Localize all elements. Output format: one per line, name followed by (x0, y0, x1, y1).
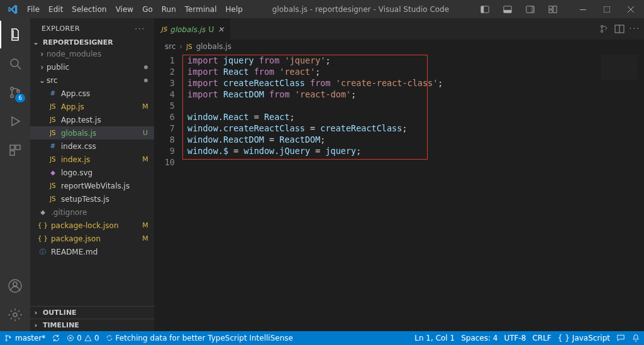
status-eol[interactable]: CRLF (532, 334, 551, 342)
file-app-test-js[interactable]: JS App.test.js (30, 113, 154, 126)
status-ts-fetching[interactable]: Fetching data for better TypeScript Inte… (106, 334, 293, 342)
activity-search-icon[interactable] (0, 50, 30, 77)
menu-bar: File Edit Selection View Go Run Terminal… (23, 1, 247, 18)
file-logo-svg[interactable]: ◆ logo.svg (30, 166, 154, 179)
svg-rect-8 (549, 9, 552, 12)
status-branch[interactable]: master* (4, 334, 45, 342)
svg-rect-3 (504, 9, 511, 12)
activity-extensions-icon[interactable] (0, 136, 30, 164)
svg-point-22 (601, 30, 602, 32)
timeline-label: TIMELINE (43, 321, 79, 329)
editor-area: JS globals.js U ✕ ··· src › JS (155, 18, 644, 331)
svg-point-20 (13, 313, 17, 317)
file-app-js[interactable]: JS App.js M (30, 100, 154, 113)
file-index-js[interactable]: JS index.js M (30, 153, 154, 166)
toggle-secondary-sidebar-icon[interactable] (519, 0, 541, 18)
chevron-right-icon: › (31, 321, 40, 329)
svg-rect-10 (604, 6, 610, 13)
chevron-down-icon: ⌄ (31, 38, 40, 47)
folder-public[interactable]: › public (30, 60, 154, 74)
minimap[interactable] (601, 55, 638, 80)
file-package-json[interactable]: { } package.json M (30, 232, 154, 245)
section-timeline[interactable]: › TIMELINE (30, 319, 154, 331)
toggle-primary-sidebar-icon[interactable] (474, 0, 496, 18)
folder-node-modules[interactable]: › node_modules (30, 47, 154, 60)
svg-rect-17 (10, 151, 14, 155)
outline-label: OUTLINE (43, 309, 77, 317)
tab-globals-js[interactable]: JS globals.js U ✕ (155, 18, 231, 40)
status-ln-col[interactable]: Ln 1, Col 1 (414, 334, 455, 342)
file-gitignore[interactable]: ◆ .gitignore (30, 205, 154, 219)
status-sync-icon[interactable] (52, 334, 60, 342)
menu-view[interactable]: View (111, 1, 138, 18)
menu-go[interactable]: Go (138, 1, 157, 18)
menu-terminal[interactable]: Terminal (180, 1, 221, 18)
project-root-header[interactable]: ⌄ REPORTDESIGNER (30, 38, 154, 47)
status-notifications-icon[interactable] (631, 334, 640, 342)
activity-run-debug-icon[interactable] (0, 107, 30, 135)
explorer-title: EXPLORER (42, 25, 80, 33)
toggle-panel-icon[interactable] (497, 0, 518, 18)
vscode-logo-icon (8, 4, 18, 14)
breadcrumbs[interactable]: src › JS globals.js (155, 40, 644, 53)
menu-file[interactable]: File (23, 1, 44, 18)
svg-rect-1 (481, 6, 484, 13)
close-tab-icon[interactable]: ✕ (218, 25, 224, 34)
code-editor[interactable]: 12345 678910 import jquery from 'jquery'… (155, 53, 644, 331)
activity-source-control-icon[interactable]: 6 (0, 79, 30, 106)
customize-layout-icon[interactable] (542, 0, 564, 18)
scm-badge: 6 (15, 94, 25, 102)
file-readme[interactable]: ⓘ README.md (30, 245, 154, 258)
status-spaces[interactable]: Spaces: 4 (461, 334, 497, 342)
window-minimize-button[interactable] (572, 0, 594, 18)
code-content[interactable]: import jquery from 'jquery';import React… (181, 55, 644, 331)
svg-rect-5 (531, 6, 534, 13)
status-feedback-icon[interactable] (616, 334, 625, 342)
menu-help[interactable]: Help (221, 1, 247, 18)
status-encoding[interactable]: UTF-8 (504, 334, 526, 342)
chevron-right-icon: › (31, 309, 40, 317)
window-maximize-button[interactable] (596, 0, 618, 18)
status-language[interactable]: { }JavaScript (558, 334, 610, 342)
file-app-css[interactable]: # App.css (30, 87, 154, 100)
section-outline[interactable]: › OUTLINE (30, 306, 154, 319)
svg-rect-16 (16, 145, 20, 150)
explorer-more-icon[interactable]: ··· (135, 25, 146, 33)
status-bar: master* 0 0 Fetching data for better Typ… (0, 331, 644, 345)
explorer-sidebar: EXPLORER ··· ⌄ REPORTDESIGNER › node_mod… (30, 18, 155, 331)
activity-bar: 6 (0, 18, 30, 331)
crumb-src[interactable]: src (165, 42, 176, 51)
editor-more-icon[interactable]: ··· (630, 25, 640, 33)
file-package-lock[interactable]: { } package-lock.json M (30, 219, 154, 232)
svg-rect-7 (553, 6, 557, 13)
svg-point-25 (6, 335, 7, 336)
js-file-icon: JS (186, 43, 192, 50)
activity-explorer-icon[interactable] (0, 21, 30, 48)
split-editor-icon[interactable] (614, 24, 625, 34)
svg-rect-15 (10, 145, 14, 150)
activity-settings-icon[interactable] (0, 301, 30, 329)
menu-edit[interactable]: Edit (44, 1, 67, 18)
window-close-button[interactable] (620, 0, 641, 18)
file-tree: › node_modules › public ⌄ src # App.css … (30, 47, 154, 306)
crumb-file[interactable]: globals.js (196, 42, 231, 51)
project-name: REPORTDESIGNER (43, 38, 113, 47)
menu-selection[interactable]: Selection (67, 1, 111, 18)
menu-run[interactable]: Run (157, 1, 180, 18)
file-globals-js[interactable]: JS globals.js U (30, 126, 154, 140)
svg-rect-6 (549, 6, 552, 8)
status-problems[interactable]: 0 0 (67, 334, 99, 342)
file-index-css[interactable]: # index.css (30, 140, 154, 153)
compare-changes-icon[interactable] (599, 24, 609, 34)
folder-src[interactable]: ⌄ src (30, 74, 154, 87)
file-report-web-vitals[interactable]: JS reportWebVitals.js (30, 179, 154, 192)
dirty-dot-icon (144, 79, 148, 82)
title-bar: File Edit Selection View Go Run Terminal… (0, 0, 644, 18)
line-numbers: 12345 678910 (155, 55, 181, 331)
svg-point-26 (6, 339, 7, 341)
activity-accounts-icon[interactable] (0, 272, 30, 300)
window-title: globals.js - reportdesigner - Visual Stu… (247, 5, 474, 14)
svg-point-18 (13, 282, 17, 286)
dirty-dot-icon (144, 65, 148, 69)
file-setup-tests[interactable]: JS setupTests.js (30, 192, 154, 205)
